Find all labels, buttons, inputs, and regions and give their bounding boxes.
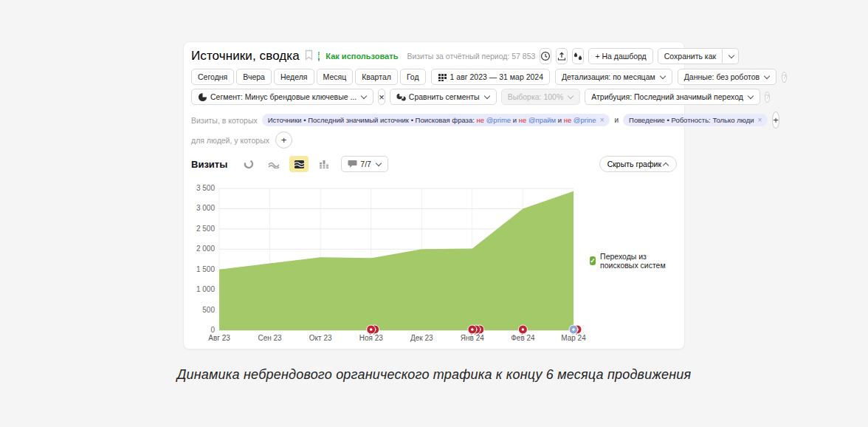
svg-text:500: 500: [202, 306, 215, 314]
data-mode-label: Данные: без роботов: [684, 72, 760, 81]
compare-segments-label: Сравнить сегменты: [409, 92, 480, 101]
export-button[interactable]: [556, 48, 568, 64]
add-people-filter-button[interactable]: +: [275, 131, 292, 148]
pie-chart-icon: [244, 159, 254, 169]
chevron-down-icon: [659, 73, 665, 79]
svg-text:0: 0: [210, 326, 215, 334]
how-to-use-link[interactable]: Как использовать: [326, 52, 398, 61]
sampling-label: Выборка: 100%: [508, 92, 564, 101]
source-filter-chip[interactable]: Источники • Последний значимый источник …: [262, 114, 610, 126]
segment-label: Сегмент: Минус брендовые ключевые ...: [210, 92, 356, 101]
segment-toolbar: Сегмент: Минус брендовые ключевые ... × …: [191, 89, 677, 105]
svg-text:Фев 24: Фев 24: [511, 334, 535, 342]
chevron-down-icon: [728, 52, 734, 58]
period-tab-вчера[interactable]: Вчера: [236, 69, 272, 85]
period-tab-год[interactable]: Год: [400, 69, 426, 85]
attribution-label: Атрибуция: Последний значимый переход: [591, 92, 743, 101]
chart-controls-row: Визиты 7/7 Скрыть график: [191, 156, 677, 172]
date-range-button[interactable]: 1 авг 2023 — 31 мар 2024: [431, 69, 550, 85]
remove-chip-icon[interactable]: ×: [758, 116, 762, 124]
page-title: Источники, сводка: [191, 49, 300, 64]
chip-text-part: не: [564, 116, 574, 124]
segment-pie-icon: [198, 92, 207, 102]
behavior-filter-chip[interactable]: Поведение • Роботность: Только люди ×: [623, 114, 768, 126]
close-icon: ×: [379, 92, 385, 103]
chevron-down-icon: [376, 160, 382, 166]
detail-select[interactable]: Детализация: по месяцам: [555, 69, 672, 85]
clock-icon: [540, 51, 551, 61]
upload-icon: [557, 51, 567, 61]
line-chart-icon: [268, 160, 280, 168]
metric-label: Визиты: [191, 159, 227, 170]
comments-count: 7/7: [360, 160, 371, 168]
info-icon: i: [318, 52, 320, 61]
chart-type-pie-button[interactable]: [239, 156, 258, 172]
help-icon[interactable]: ?: [765, 92, 770, 103]
svg-text:Дек 23: Дек 23: [410, 334, 433, 342]
chevron-up-icon: [663, 162, 669, 168]
to-dashboard-button[interactable]: + На дашборд: [588, 48, 652, 64]
period-toolbar: СегодняВчераНеделяМесяцКварталГод 1 авг …: [191, 69, 677, 85]
chip-text-part: @прайм: [528, 116, 556, 124]
chip-text-part: @prime: [486, 116, 511, 124]
compare-segments-icon: [396, 92, 406, 102]
chart-area: 05001 0001 5002 0002 5003 0003 500Авг 23…: [191, 178, 677, 352]
two-drops-icon: [573, 51, 583, 61]
calendar-grid-icon: [438, 72, 447, 82]
visits-filter-row: Визиты, в которых Источники • Последний …: [191, 112, 677, 129]
hide-chart-label: Скрыть график: [607, 160, 661, 168]
period-tab-квартал[interactable]: Квартал: [355, 69, 398, 85]
add-visits-filter-button[interactable]: +: [772, 112, 779, 129]
legend-label: Переходы из поисковых систем: [600, 252, 677, 270]
chevron-down-icon: [748, 93, 754, 99]
date-range-label: 1 авг 2023 — 31 мар 2024: [450, 72, 543, 81]
save-as-button[interactable]: Сохранить как: [658, 48, 723, 64]
period-tab-неделя[interactable]: Неделя: [274, 69, 314, 85]
chart-type-line-button[interactable]: [264, 156, 283, 172]
detail-label: Детализация: по месяцам: [562, 72, 655, 81]
comments-button[interactable]: 7/7: [341, 156, 388, 172]
legend-item[interactable]: ✓ Переходы из поисковых систем: [590, 252, 677, 270]
history-button[interactable]: [540, 48, 551, 64]
period-tab-сегодня[interactable]: Сегодня: [191, 69, 234, 85]
segment-select[interactable]: Сегмент: Минус брендовые ключевые ...: [191, 89, 373, 105]
remove-segment-button[interactable]: ×: [378, 89, 385, 105]
legend-checkbox[interactable]: ✓: [590, 256, 596, 265]
metrica-report-card: Источники, сводка i Как использовать Виз…: [183, 41, 685, 349]
svg-text:3 500: 3 500: [196, 184, 215, 192]
visits-period-label: Визиты за отчётный период: 57 853: [407, 52, 535, 61]
svg-text:Окт 23: Окт 23: [309, 334, 332, 342]
goals-button[interactable]: [572, 48, 584, 64]
data-mode-select[interactable]: Данные: без роботов: [678, 69, 776, 85]
chevron-down-icon: [568, 93, 574, 99]
area-chart-icon: [294, 160, 305, 169]
chart-type-area-button[interactable]: [289, 156, 309, 172]
and-label: и: [614, 116, 619, 124]
people-filter-label: для людей, у которых: [191, 136, 269, 145]
chip-text-part: @prine: [574, 116, 596, 124]
chip-text-part: и: [511, 116, 519, 124]
chevron-down-icon: [483, 93, 489, 99]
save-as-split-button: Сохранить как: [658, 48, 739, 64]
report-header: Источники, сводка i Как использовать Виз…: [191, 48, 677, 64]
period-tab-месяц[interactable]: Месяц: [317, 69, 354, 85]
chart-type-columns-button[interactable]: [314, 156, 334, 172]
svg-text:2 000: 2 000: [196, 245, 215, 253]
svg-text:3 000: 3 000: [196, 204, 215, 212]
remove-chip-icon[interactable]: ×: [600, 116, 604, 124]
attribution-select[interactable]: Атрибуция: Последний значимый переход: [585, 89, 760, 105]
people-filter-row: для людей, у которых +: [191, 131, 677, 148]
behavior-chip-label: Поведение • Роботность: Только люди: [629, 116, 754, 124]
bookmark-icon[interactable]: [304, 49, 314, 64]
svg-text:1 000: 1 000: [196, 285, 215, 293]
sampling-select[interactable]: Выборка: 100%: [501, 89, 581, 105]
column-chart-icon: [319, 160, 329, 169]
compare-segments-button[interactable]: Сравнить сегменты: [390, 89, 497, 105]
svg-text:2 500: 2 500: [196, 225, 215, 233]
save-as-dropdown-button[interactable]: [723, 48, 739, 64]
svg-text:Ноя 23: Ноя 23: [359, 334, 384, 342]
comment-icon: [348, 160, 357, 168]
visits-filter-label: Визиты, в которых: [191, 116, 258, 125]
hide-chart-button[interactable]: Скрыть график: [599, 156, 677, 172]
help-icon[interactable]: ?: [782, 72, 787, 83]
